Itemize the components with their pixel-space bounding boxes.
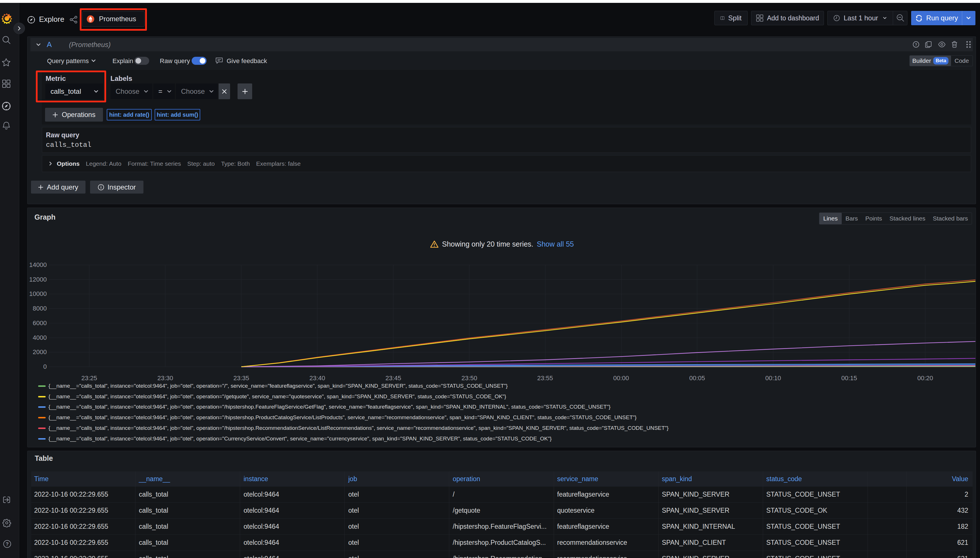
svg-text:?: ? bbox=[6, 542, 8, 547]
svg-text:?: ? bbox=[915, 43, 917, 47]
